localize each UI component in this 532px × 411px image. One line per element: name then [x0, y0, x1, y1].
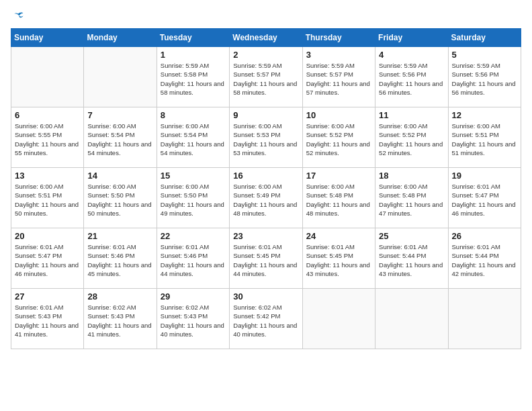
day-detail: Sunrise: 5:59 AM Sunset: 5:58 PM Dayligh… [161, 61, 226, 97]
day-number: 23 [233, 231, 298, 241]
day-number: 13 [15, 171, 80, 181]
day-number: 27 [15, 291, 80, 302]
weekday-header-thursday: Thursday [302, 29, 375, 47]
day-detail: Sunrise: 6:01 AM Sunset: 5:46 PM Dayligh… [87, 242, 152, 278]
day-detail: Sunrise: 6:01 AM Sunset: 5:44 PM Dayligh… [379, 242, 444, 278]
day-detail: Sunrise: 6:01 AM Sunset: 5:47 PM Dayligh… [15, 242, 80, 278]
calendar-cell: 3Sunrise: 5:59 AM Sunset: 5:57 PM Daylig… [302, 47, 375, 107]
day-number: 5 [452, 50, 517, 60]
weekday-header-wednesday: Wednesday [230, 29, 302, 47]
day-number: 17 [306, 171, 371, 181]
calendar-cell: 12Sunrise: 6:00 AM Sunset: 5:51 PM Dayli… [448, 107, 521, 168]
calendar-week-row: 1Sunrise: 5:59 AM Sunset: 5:58 PM Daylig… [11, 47, 521, 107]
day-number: 4 [379, 50, 444, 60]
day-number: 29 [161, 291, 226, 302]
day-detail: Sunrise: 5:59 AM Sunset: 5:57 PM Dayligh… [306, 61, 371, 97]
day-detail: Sunrise: 6:02 AM Sunset: 5:43 PM Dayligh… [87, 303, 152, 338]
day-number: 14 [87, 171, 152, 181]
day-detail: Sunrise: 6:00 AM Sunset: 5:48 PM Dayligh… [379, 182, 444, 218]
day-detail: Sunrise: 5:59 AM Sunset: 5:57 PM Dayligh… [233, 61, 298, 97]
calendar-week-row: 6Sunrise: 6:00 AM Sunset: 5:55 PM Daylig… [11, 107, 521, 168]
day-detail: Sunrise: 6:00 AM Sunset: 5:54 PM Dayligh… [161, 122, 226, 157]
calendar-cell: 25Sunrise: 6:01 AM Sunset: 5:44 PM Dayli… [375, 228, 448, 289]
day-number: 25 [379, 231, 444, 241]
day-number: 16 [233, 171, 298, 181]
day-number: 2 [233, 50, 298, 60]
day-number: 22 [161, 231, 226, 241]
day-detail: Sunrise: 6:02 AM Sunset: 5:42 PM Dayligh… [233, 303, 298, 338]
day-number: 10 [306, 110, 371, 120]
day-detail: Sunrise: 6:00 AM Sunset: 5:50 PM Dayligh… [161, 182, 226, 218]
calendar-cell: 1Sunrise: 5:59 AM Sunset: 5:58 PM Daylig… [157, 47, 229, 107]
day-number: 28 [87, 291, 152, 302]
calendar-cell [11, 47, 84, 107]
calendar-cell: 17Sunrise: 6:00 AM Sunset: 5:48 PM Dayli… [302, 168, 375, 228]
day-detail: Sunrise: 6:00 AM Sunset: 5:53 PM Dayligh… [233, 122, 298, 157]
calendar-cell: 10Sunrise: 6:00 AM Sunset: 5:52 PM Dayli… [302, 107, 375, 168]
calendar-cell: 23Sunrise: 6:01 AM Sunset: 5:45 PM Dayli… [230, 228, 302, 289]
calendar-cell: 28Sunrise: 6:02 AM Sunset: 5:43 PM Dayli… [84, 289, 157, 349]
day-number: 6 [15, 110, 80, 120]
calendar-cell: 14Sunrise: 6:00 AM Sunset: 5:50 PM Dayli… [84, 168, 157, 228]
weekday-header-monday: Monday [84, 29, 157, 47]
day-number: 11 [379, 110, 444, 120]
day-detail: Sunrise: 6:00 AM Sunset: 5:52 PM Dayligh… [306, 122, 371, 157]
calendar-cell: 24Sunrise: 6:01 AM Sunset: 5:45 PM Dayli… [302, 228, 375, 289]
calendar-week-row: 20Sunrise: 6:01 AM Sunset: 5:47 PM Dayli… [11, 228, 521, 289]
day-number: 18 [379, 171, 444, 181]
calendar-cell: 26Sunrise: 6:01 AM Sunset: 5:44 PM Dayli… [448, 228, 521, 289]
weekday-header-tuesday: Tuesday [157, 29, 229, 47]
calendar-cell: 8Sunrise: 6:00 AM Sunset: 5:54 PM Daylig… [157, 107, 229, 168]
calendar-cell: 21Sunrise: 6:01 AM Sunset: 5:46 PM Dayli… [84, 228, 157, 289]
day-number: 15 [161, 171, 226, 181]
day-number: 7 [87, 110, 152, 120]
calendar-cell: 27Sunrise: 6:01 AM Sunset: 5:43 PM Dayli… [11, 289, 84, 349]
logo-bird-icon [12, 11, 24, 23]
day-detail: Sunrise: 6:00 AM Sunset: 5:55 PM Dayligh… [15, 122, 80, 157]
weekday-header-friday: Friday [375, 29, 448, 47]
calendar-cell: 5Sunrise: 5:59 AM Sunset: 5:56 PM Daylig… [448, 47, 521, 107]
calendar-table: SundayMondayTuesdayWednesdayThursdayFrid… [11, 28, 521, 349]
calendar-cell: 6Sunrise: 6:00 AM Sunset: 5:55 PM Daylig… [11, 107, 84, 168]
day-detail: Sunrise: 6:00 AM Sunset: 5:51 PM Dayligh… [15, 182, 80, 218]
day-number: 1 [161, 50, 226, 60]
calendar-cell: 4Sunrise: 5:59 AM Sunset: 5:56 PM Daylig… [375, 47, 448, 107]
calendar-cell: 15Sunrise: 6:00 AM Sunset: 5:50 PM Dayli… [157, 168, 229, 228]
day-detail: Sunrise: 6:02 AM Sunset: 5:43 PM Dayligh… [161, 303, 226, 338]
day-detail: Sunrise: 5:59 AM Sunset: 5:56 PM Dayligh… [452, 61, 517, 97]
calendar-cell [84, 47, 157, 107]
day-detail: Sunrise: 6:01 AM Sunset: 5:46 PM Dayligh… [161, 242, 226, 278]
day-number: 8 [161, 110, 226, 120]
day-detail: Sunrise: 6:01 AM Sunset: 5:43 PM Dayligh… [15, 303, 80, 338]
day-detail: Sunrise: 6:01 AM Sunset: 5:44 PM Dayligh… [452, 242, 517, 278]
page-header [11, 11, 521, 23]
calendar-week-row: 27Sunrise: 6:01 AM Sunset: 5:43 PM Dayli… [11, 289, 521, 349]
day-number: 9 [233, 110, 298, 120]
day-number: 12 [452, 110, 517, 120]
day-detail: Sunrise: 6:00 AM Sunset: 5:52 PM Dayligh… [379, 122, 444, 157]
calendar-cell: 30Sunrise: 6:02 AM Sunset: 5:42 PM Dayli… [230, 289, 302, 349]
day-detail: Sunrise: 6:00 AM Sunset: 5:49 PM Dayligh… [233, 182, 298, 218]
day-number: 30 [233, 291, 298, 302]
calendar-cell: 2Sunrise: 5:59 AM Sunset: 5:57 PM Daylig… [230, 47, 302, 107]
calendar-cell: 29Sunrise: 6:02 AM Sunset: 5:43 PM Dayli… [157, 289, 229, 349]
calendar-cell: 16Sunrise: 6:00 AM Sunset: 5:49 PM Dayli… [230, 168, 302, 228]
day-detail: Sunrise: 6:00 AM Sunset: 5:51 PM Dayligh… [452, 122, 517, 157]
day-detail: Sunrise: 6:00 AM Sunset: 5:50 PM Dayligh… [87, 182, 152, 218]
day-detail: Sunrise: 6:01 AM Sunset: 5:47 PM Dayligh… [452, 182, 517, 218]
day-number: 19 [452, 171, 517, 181]
calendar-cell: 13Sunrise: 6:00 AM Sunset: 5:51 PM Dayli… [11, 168, 84, 228]
day-number: 3 [306, 50, 371, 60]
calendar-cell [448, 289, 521, 349]
calendar-cell: 22Sunrise: 6:01 AM Sunset: 5:46 PM Dayli… [157, 228, 229, 289]
day-detail: Sunrise: 6:00 AM Sunset: 5:48 PM Dayligh… [306, 182, 371, 218]
calendar-week-row: 13Sunrise: 6:00 AM Sunset: 5:51 PM Dayli… [11, 168, 521, 228]
weekday-header-row: SundayMondayTuesdayWednesdayThursdayFrid… [11, 29, 521, 47]
logo [11, 11, 24, 23]
calendar-cell: 9Sunrise: 6:00 AM Sunset: 5:53 PM Daylig… [230, 107, 302, 168]
calendar-cell [375, 289, 448, 349]
day-number: 24 [306, 231, 371, 241]
weekday-header-saturday: Saturday [448, 29, 521, 47]
calendar-cell [302, 289, 375, 349]
day-detail: Sunrise: 6:01 AM Sunset: 5:45 PM Dayligh… [233, 242, 298, 278]
